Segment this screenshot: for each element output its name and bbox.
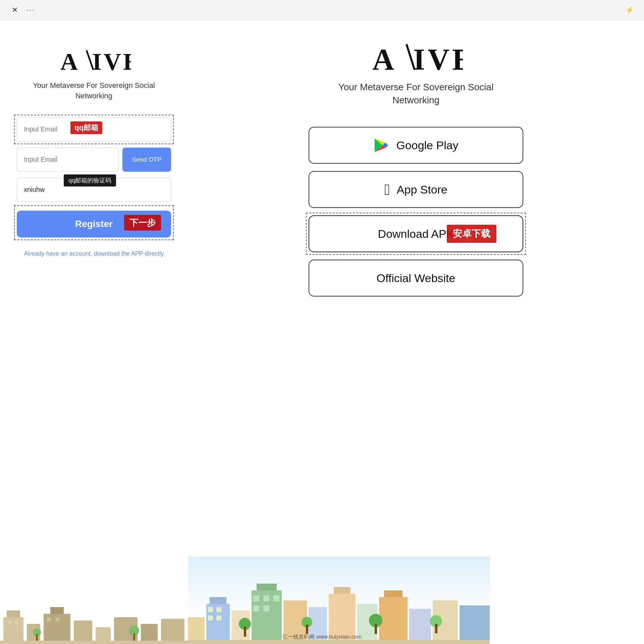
already-account-link[interactable]: Already have an account, download the AP… xyxy=(17,250,171,257)
download-apk-label: Download APK xyxy=(378,227,454,240)
watermark: 汇一线首码网 www.huiyixian.com xyxy=(282,634,362,641)
right-panel: A IVE Your Metaverse For Sovereign Socia… xyxy=(188,20,644,644)
download-buttons: Google Play  App Store Download APK 安卓下… xyxy=(309,127,523,297)
svg-rect-4 xyxy=(7,610,20,617)
google-play-label: Google Play xyxy=(396,139,458,152)
otp-input-wrapper: Send OTP qq邮箱的验证码 xyxy=(17,148,171,172)
svg-rect-31 xyxy=(257,584,277,590)
official-website-button[interactable]: Official Website xyxy=(309,260,523,297)
avive-logo-left: A IVE xyxy=(57,47,131,74)
svg-rect-37 xyxy=(379,597,408,644)
more-options-button[interactable]: ··· xyxy=(26,6,35,14)
download-apk-wrapper: Download APK 安卓下载 xyxy=(309,215,523,252)
svg-rect-18 xyxy=(36,634,38,641)
top-bar: ✕ ··· ⚡ xyxy=(0,0,644,20)
svg-rect-20 xyxy=(133,633,135,641)
svg-rect-54 xyxy=(306,625,308,634)
tagline-left: Your Metaverse For Sovereign Social Netw… xyxy=(30,80,158,101)
city-illustration-right xyxy=(188,557,644,644)
svg-rect-16 xyxy=(55,617,59,621)
svg-rect-41 xyxy=(460,605,490,644)
svg-rect-49 xyxy=(253,605,259,611)
svg-rect-39 xyxy=(409,609,431,644)
svg-rect-42 xyxy=(208,607,213,612)
otp-input[interactable] xyxy=(17,148,118,172)
svg-rect-56 xyxy=(375,624,377,634)
svg-rect-43 xyxy=(216,607,221,612)
main-container: A IVE Your Metaverse For Sovereign Socia… xyxy=(0,20,644,644)
svg-text:A: A xyxy=(60,48,80,74)
svg-rect-44 xyxy=(208,615,213,621)
svg-rect-45 xyxy=(216,615,221,621)
app-store-button[interactable]:  App Store xyxy=(309,171,523,208)
svg-rect-46 xyxy=(253,595,259,601)
android-download-annotation: 安卓下载 xyxy=(447,225,496,243)
app-store-label: App Store xyxy=(397,183,447,196)
referral-input[interactable] xyxy=(17,178,171,202)
svg-text:IVE: IVE xyxy=(413,43,463,74)
email-input[interactable] xyxy=(17,117,171,142)
city-illustration-left xyxy=(0,577,188,644)
send-otp-button[interactable]: Send OTP xyxy=(122,148,171,172)
official-website-label: Official Website xyxy=(377,272,455,285)
apple-icon:  xyxy=(384,180,390,199)
svg-rect-38 xyxy=(384,590,402,597)
svg-text:A: A xyxy=(372,43,397,74)
avive-logo-right: A IVE xyxy=(369,40,463,74)
svg-rect-15 xyxy=(47,617,51,621)
bluetooth-icon: ⚡ xyxy=(626,6,634,14)
tagline-right: Your Metaverse For Sovereign Social Netw… xyxy=(325,80,506,107)
form-container: qq邮箱 Send OTP qq邮箱的验证码 Register 下一步 Alre… xyxy=(17,117,171,257)
svg-rect-8 xyxy=(74,621,92,644)
svg-rect-21 xyxy=(0,641,188,644)
left-panel: A IVE Your Metaverse For Sovereign Socia… xyxy=(0,20,188,644)
svg-rect-50 xyxy=(263,605,269,611)
google-play-icon xyxy=(373,137,389,153)
google-play-button[interactable]: Google Play xyxy=(309,127,523,164)
next-step-annotation: 下一步 xyxy=(124,215,161,230)
svg-rect-58 xyxy=(435,624,437,633)
svg-rect-12 xyxy=(161,619,184,644)
svg-rect-7 xyxy=(50,607,64,614)
svg-text:IVE: IVE xyxy=(92,48,131,74)
email-input-wrapper: qq邮箱 xyxy=(17,117,171,142)
close-button[interactable]: ✕ xyxy=(10,5,19,15)
svg-rect-35 xyxy=(334,587,351,594)
svg-rect-3 xyxy=(3,617,23,644)
svg-rect-14 xyxy=(15,621,18,624)
svg-rect-28 xyxy=(210,597,226,604)
svg-rect-13 xyxy=(8,621,12,624)
svg-rect-52 xyxy=(244,627,246,637)
svg-rect-47 xyxy=(263,595,269,601)
register-btn-wrapper: Register 下一步 xyxy=(17,208,171,237)
svg-rect-48 xyxy=(273,595,279,601)
